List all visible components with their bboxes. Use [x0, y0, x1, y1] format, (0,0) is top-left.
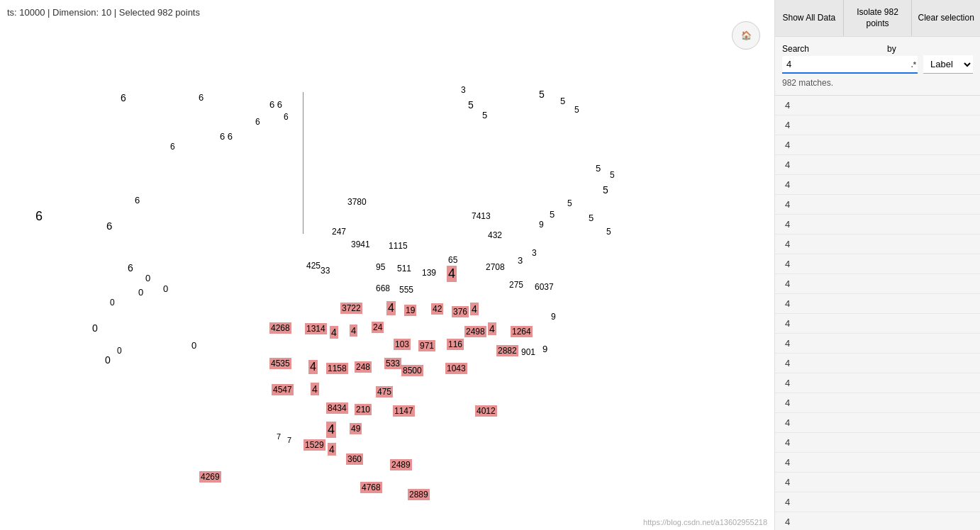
data-point[interactable]: 7: [277, 432, 281, 441]
data-point[interactable]: 432: [488, 230, 502, 240]
data-point[interactable]: 376: [452, 306, 469, 317]
data-point[interactable]: 4: [328, 443, 336, 456]
data-point[interactable]: 8434: [326, 402, 348, 414]
data-point[interactable]: 4: [308, 360, 318, 374]
regex-button[interactable]: .*: [911, 60, 916, 69]
data-point[interactable]: 0: [92, 322, 98, 334]
data-point[interactable]: 4: [311, 383, 319, 395]
data-point[interactable]: 2882: [496, 345, 518, 356]
result-item[interactable]: 4: [775, 373, 980, 393]
data-point[interactable]: 42: [431, 303, 443, 315]
data-point[interactable]: 668: [376, 283, 390, 293]
show-all-button[interactable]: Show All Data: [775, 0, 844, 36]
data-point[interactable]: 6: [135, 195, 140, 205]
data-point[interactable]: 4: [386, 301, 396, 315]
data-point[interactable]: 49: [350, 423, 362, 434]
result-item[interactable]: 4: [775, 492, 980, 512]
data-point[interactable]: 901: [521, 347, 535, 357]
data-point[interactable]: 6: [121, 92, 126, 103]
data-point[interactable]: 3: [461, 85, 466, 95]
data-point[interactable]: 5: [560, 96, 565, 106]
data-point[interactable]: 7413: [472, 211, 491, 221]
data-point[interactable]: 533: [384, 358, 401, 369]
data-point[interactable]: 1043: [445, 363, 467, 374]
data-point[interactable]: 5: [603, 184, 608, 196]
data-point[interactable]: 3941: [351, 239, 370, 249]
data-point[interactable]: 5: [567, 198, 572, 208]
data-point[interactable]: 5: [606, 227, 611, 237]
data-point[interactable]: 9: [542, 344, 547, 354]
result-item[interactable]: 4: [775, 155, 980, 175]
data-point[interactable]: 0: [191, 340, 196, 351]
canvas-area[interactable]: 666 6666 6666660000000035555555555378074…: [0, 0, 774, 530]
data-point[interactable]: 9: [539, 220, 544, 230]
data-point[interactable]: 116: [447, 339, 464, 350]
result-item[interactable]: 4: [775, 334, 980, 354]
isolate-button[interactable]: Isolate 982 points: [844, 0, 913, 36]
result-item[interactable]: 4: [775, 433, 980, 453]
data-point[interactable]: 8500: [401, 365, 423, 376]
data-point[interactable]: 4: [330, 326, 338, 339]
result-item[interactable]: 4: [775, 453, 980, 473]
data-point[interactable]: 4: [447, 266, 457, 282]
result-item[interactable]: 4: [775, 254, 980, 274]
data-point[interactable]: 4547: [272, 384, 294, 395]
data-point[interactable]: 5: [468, 99, 474, 111]
data-point[interactable]: 33: [321, 266, 330, 276]
result-item[interactable]: 4: [775, 294, 980, 314]
clear-selection-button[interactable]: Clear selection: [912, 0, 980, 36]
data-point[interactable]: 475: [376, 386, 393, 397]
result-item[interactable]: 4: [775, 135, 980, 155]
data-point[interactable]: 3: [532, 248, 537, 258]
data-point[interactable]: 425: [306, 261, 321, 271]
data-point[interactable]: 4: [488, 322, 496, 335]
data-point[interactable]: 247: [332, 227, 346, 237]
data-point[interactable]: 139: [422, 268, 436, 278]
data-point[interactable]: 3: [518, 255, 523, 266]
data-point[interactable]: 4: [350, 325, 357, 337]
result-item[interactable]: 4: [775, 195, 980, 215]
data-point[interactable]: 6: [35, 209, 43, 224]
data-point[interactable]: 0: [117, 346, 122, 356]
result-item[interactable]: 4: [775, 354, 980, 373]
data-point[interactable]: 2889: [408, 489, 430, 500]
data-point[interactable]: 6 6: [269, 99, 282, 110]
data-point[interactable]: 511: [397, 264, 411, 274]
data-point[interactable]: 4268: [269, 322, 291, 334]
data-point[interactable]: 5: [539, 89, 545, 100]
data-point[interactable]: 1529: [304, 439, 325, 451]
data-point[interactable]: 2489: [390, 459, 412, 470]
data-point[interactable]: 0: [105, 354, 111, 366]
data-point[interactable]: 6 6: [220, 131, 233, 142]
data-point[interactable]: 6: [284, 112, 289, 122]
data-point[interactable]: 2498: [464, 326, 486, 337]
result-item[interactable]: 4: [775, 215, 980, 235]
data-point[interactable]: 0: [145, 273, 150, 283]
data-point[interactable]: 0: [110, 298, 115, 308]
data-point[interactable]: 971: [418, 340, 435, 351]
data-point[interactable]: 95: [376, 262, 385, 272]
search-input[interactable]: [782, 56, 918, 74]
data-point[interactable]: 1115: [389, 241, 408, 251]
data-point[interactable]: 24: [372, 322, 384, 333]
data-point[interactable]: 210: [355, 404, 372, 415]
data-point[interactable]: 6037: [535, 282, 554, 292]
data-point[interactable]: 6: [255, 117, 260, 127]
data-point[interactable]: 3722: [340, 303, 362, 314]
data-point[interactable]: 5: [550, 209, 555, 220]
data-point[interactable]: 248: [355, 361, 372, 373]
data-point[interactable]: 4: [470, 303, 479, 315]
data-point[interactable]: 0: [138, 287, 143, 298]
data-point[interactable]: 1314: [305, 323, 327, 334]
data-point[interactable]: 7: [287, 436, 291, 444]
result-item[interactable]: 4: [775, 274, 980, 294]
data-point[interactable]: 1147: [393, 405, 415, 417]
result-item[interactable]: 4: [775, 512, 980, 530]
data-point[interactable]: 555: [399, 285, 413, 295]
data-point[interactable]: 4535: [269, 358, 291, 369]
data-point[interactable]: 360: [346, 453, 363, 465]
data-point[interactable]: 65: [448, 255, 457, 265]
data-point[interactable]: 6: [170, 142, 175, 152]
data-point[interactable]: 6: [106, 220, 112, 232]
data-point[interactable]: 5: [596, 163, 601, 174]
